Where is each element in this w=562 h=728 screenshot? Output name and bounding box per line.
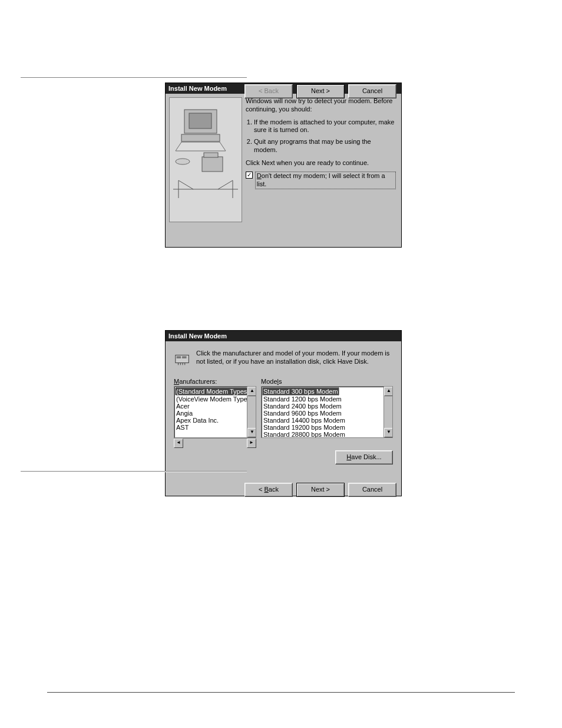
step-1: If the modem is attached to your compute… bbox=[254, 118, 396, 135]
back-button[interactable]: < Back bbox=[244, 483, 293, 497]
dont-detect-checkbox-row[interactable]: Don't detect my modem; I will select it … bbox=[246, 172, 396, 189]
modem-card-icon bbox=[174, 350, 191, 367]
scroll-right-icon[interactable]: ► bbox=[247, 439, 256, 448]
list-item[interactable]: (Standard Modem Types) bbox=[175, 387, 250, 396]
next-button[interactable]: Next > bbox=[296, 483, 345, 497]
continue-prompt: Click Next when you are ready to continu… bbox=[246, 159, 396, 167]
back-button: < Back bbox=[244, 84, 293, 98]
checkbox-label[interactable]: Don't detect my modem; I will select it … bbox=[255, 172, 396, 189]
list-item[interactable]: Apex Data Inc. bbox=[175, 417, 255, 424]
title-text: Install New Modem bbox=[168, 332, 227, 340]
scroll-down-icon[interactable]: ▼ bbox=[247, 428, 256, 437]
next-button[interactable]: Next > bbox=[296, 84, 345, 98]
svg-rect-13 bbox=[177, 356, 181, 358]
scrollbar-vertical[interactable]: ▲ ▼ bbox=[247, 387, 256, 437]
list-item[interactable]: Standard 28800 bps Modem bbox=[262, 431, 392, 438]
manufacturers-listbox[interactable]: (Standard Modem Types)(VoiceView Modem T… bbox=[174, 386, 256, 438]
models-listbox[interactable]: Standard 300 bps ModemStandard 1200 bps … bbox=[261, 386, 393, 438]
list-item[interactable]: Standard 300 bps Modem bbox=[262, 387, 339, 396]
svg-rect-2 bbox=[181, 134, 220, 141]
svg-line-10 bbox=[178, 180, 193, 189]
svg-rect-5 bbox=[204, 153, 218, 157]
scrollbar-horizontal[interactable]: ◄ ► bbox=[174, 438, 256, 447]
scroll-up-icon[interactable]: ▲ bbox=[384, 387, 393, 396]
list-item[interactable]: Acer bbox=[175, 403, 255, 410]
svg-point-6 bbox=[176, 159, 190, 164]
install-modem-dialog-step1: Install New Modem Windows will now try t… bbox=[165, 83, 402, 248]
titlebar: Install New Modem bbox=[166, 331, 401, 341]
list-item[interactable]: Standard 1200 bps Modem bbox=[262, 396, 392, 403]
install-modem-dialog-step2: Install New Modem Click the manufacturer… bbox=[165, 330, 402, 496]
svg-marker-3 bbox=[176, 142, 226, 151]
have-disk-button[interactable]: Have Disk... bbox=[335, 450, 393, 465]
svg-rect-14 bbox=[182, 356, 187, 358]
list-item[interactable]: (VoiceView Modem Types) bbox=[175, 396, 255, 403]
models-label: Models bbox=[261, 378, 393, 385]
scroll-up-icon[interactable]: ▲ bbox=[247, 387, 256, 396]
svg-rect-1 bbox=[189, 113, 211, 129]
cancel-button[interactable]: Cancel bbox=[348, 483, 396, 497]
cancel-button[interactable]: Cancel bbox=[348, 84, 396, 98]
svg-rect-4 bbox=[202, 157, 223, 172]
list-item[interactable]: Standard 19200 bps Modem bbox=[262, 424, 392, 431]
scroll-down-icon[interactable]: ▼ bbox=[384, 428, 393, 437]
manufacturers-label: Manufacturers: bbox=[174, 378, 256, 385]
page-footer-divider bbox=[47, 692, 515, 693]
step-2: Quit any programs that may be using the … bbox=[254, 138, 396, 154]
list-item[interactable]: Standard 9600 bps Modem bbox=[262, 410, 392, 417]
wizard-illustration bbox=[169, 97, 242, 222]
list-item[interactable]: Standard 2400 bps Modem bbox=[262, 403, 392, 410]
header-text: Click the manufacturer and model of your… bbox=[196, 350, 393, 366]
list-item[interactable]: Standard 14400 bps Modem bbox=[262, 417, 392, 424]
scroll-left-icon[interactable]: ◄ bbox=[174, 439, 183, 448]
list-item[interactable]: Angia bbox=[175, 410, 255, 417]
intro-text: Windows will now try to detect your mode… bbox=[246, 97, 396, 114]
checkbox-icon[interactable] bbox=[246, 172, 253, 179]
list-item[interactable]: AST bbox=[175, 424, 255, 431]
svg-line-11 bbox=[218, 180, 233, 189]
scrollbar-vertical[interactable]: ▲ ▼ bbox=[384, 387, 392, 437]
title-text: Install New Modem bbox=[168, 85, 227, 92]
